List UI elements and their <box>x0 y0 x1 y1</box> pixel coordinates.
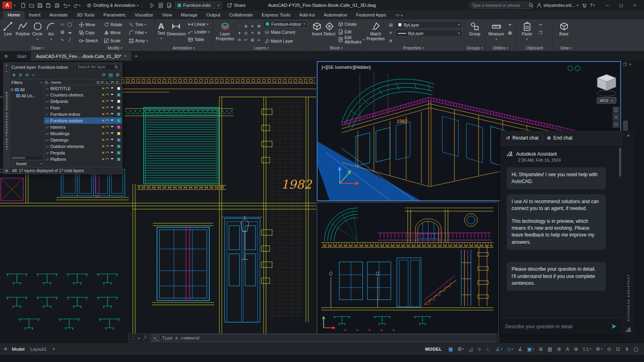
layer-color-swatch[interactable] <box>117 151 120 154</box>
layer-name[interactable]: Pergola <box>50 150 96 155</box>
ribbon-tab[interactable]: Add-ins <box>295 11 320 19</box>
layer-status-icon[interactable]: ▱ <box>44 119 50 123</box>
layer-row[interactable]: ▱ Outdoor-elements ☀ <box>44 143 122 150</box>
rectangle-icon[interactable]: ▭ <box>60 22 64 27</box>
layer-status-icon[interactable]: ▱ <box>44 144 50 148</box>
layer-row[interactable]: ▱ BRDTITLE ☀ <box>44 85 122 92</box>
viewport-label[interactable]: [+][SE Isometric][Hidden] <box>322 65 371 70</box>
markup-assist-icon[interactable] <box>165 2 173 9</box>
annotation-visibility-icon[interactable]: A ▾ <box>564 346 571 353</box>
draw-panel-label[interactable]: Draw▾ <box>0 45 75 51</box>
object-snap-tracking-icon[interactable]: ∡ ▾ <box>516 346 524 353</box>
layer-color-swatch[interactable] <box>117 132 120 135</box>
dynamic-input-icon[interactable]: ⊹ ▾ <box>476 346 483 353</box>
layer-row[interactable]: ▱ Mouldings ☀ <box>44 130 122 137</box>
ribbon-tab[interactable]: Output <box>202 11 225 19</box>
view-cube[interactable]: WCS ▾ <box>597 74 616 103</box>
qat-layer-combo[interactable]: Furniture-indo ▾ <box>175 2 222 9</box>
layer-row[interactable]: ▱ Openings ☀ <box>44 137 122 143</box>
layer-freeze-icon[interactable]: ☀ <box>101 86 105 90</box>
make-current-button[interactable]: Make Current <box>263 29 308 36</box>
filters-scrollbar[interactable] <box>11 156 43 159</box>
elevation-view[interactable] <box>317 202 498 334</box>
layer-freeze-icon[interactable]: ☀ <box>101 93 105 97</box>
layer-color-swatch[interactable] <box>117 119 120 122</box>
units-icon[interactable]: ⊡ ▾ <box>615 346 622 353</box>
invert-filter[interactable]: Invert « <box>10 160 44 167</box>
layer-status-icon[interactable]: ▱ <box>44 93 50 97</box>
modify-tool[interactable]: Scale ▾ <box>103 37 128 45</box>
maximize-button[interactable]: ▢ <box>614 0 628 10</box>
layer-off-icon[interactable]: ◌ <box>238 24 240 28</box>
layer-freeze-icon[interactable]: ☀ <box>101 112 105 116</box>
copy-clip-icon[interactable]: ❐ <box>539 31 543 35</box>
layer-name[interactable]: Outdoor-elements <box>50 144 96 149</box>
layer-search-input[interactable] <box>77 65 113 69</box>
create-block-tool[interactable]: Create <box>337 21 365 28</box>
line-tool[interactable]: Line <box>2 21 14 45</box>
active-document-tab[interactable]: AutoCAD-FY25_Fire-...-Book-Cafe_01_3D* × <box>31 51 131 61</box>
layer-freeze-icon[interactable]: ☀ <box>101 138 105 142</box>
delete-layer-icon[interactable]: ⊖ <box>25 72 29 78</box>
layer-freeze-icon[interactable]: ☀ <box>101 99 105 103</box>
app-menu-arrow-icon[interactable]: ▾ <box>14 4 15 7</box>
lineweight-icon[interactable]: ≣ ▾ <box>537 346 545 353</box>
viewport-restore-icon[interactable]: ❐ <box>623 62 627 67</box>
layer-name[interactable]: Counters-shelves <box>50 93 96 97</box>
layer-name[interactable]: BRDTITLE <box>50 86 96 91</box>
layer-unlock-icon[interactable]: ⊞ <box>257 31 260 35</box>
undo-icon[interactable]: ▾ <box>62 2 71 9</box>
infer-constraints-icon[interactable]: ◿ ▾ <box>467 346 474 353</box>
layer-color-swatch[interactable] <box>117 158 120 161</box>
text-tool[interactable]: AText▾ <box>157 21 166 45</box>
ribbon-display-toggle[interactable]: ▭ ▾ <box>393 11 405 19</box>
layer-status-icon[interactable]: ▱ <box>44 132 50 136</box>
help-button[interactable]: ?▾ <box>590 3 595 8</box>
layer-status-icon[interactable]: ▱ <box>44 106 50 110</box>
palette-properties-icon[interactable]: ⚙ <box>5 169 8 173</box>
modify-tool[interactable]: Mirror ▾ <box>103 29 128 37</box>
layer-color-swatch[interactable] <box>117 145 120 148</box>
modify-tool[interactable]: Copy ▾ <box>78 29 103 37</box>
collapse-filters-icon[interactable]: « <box>40 80 42 84</box>
lineweight-combo[interactable]: ByLayer▾ <box>396 30 462 37</box>
autoscale-icon[interactable]: ⊕ ▾ <box>572 346 580 353</box>
close-tab-icon[interactable]: × <box>124 54 126 58</box>
match-layer-button[interactable]: Match Layer <box>263 37 308 45</box>
ribbon-tab[interactable]: Collaborate <box>225 11 257 19</box>
model-tab[interactable]: Model <box>12 347 25 352</box>
layer-status-icon[interactable]: ▱ <box>44 86 50 90</box>
layer-freeze-icon[interactable]: ☀ <box>101 144 105 148</box>
modify-tool[interactable]: Array ▾ <box>128 37 153 45</box>
close-button[interactable]: × <box>628 0 642 10</box>
layer-combo[interactable]: Furniture-indoor▾ <box>263 21 308 27</box>
annotation-panel-label[interactable]: Annotation▾ <box>155 45 213 51</box>
layer-status-icon[interactable]: ▱ <box>44 99 50 103</box>
modify-tool[interactable]: Fillet ▾ <box>128 29 153 37</box>
layer-freeze-icon[interactable]: ☀ <box>101 125 105 129</box>
end-chat-button[interactable]: ⊗ End chat <box>547 135 572 141</box>
insert-block-tool[interactable]: Insert <box>312 21 322 45</box>
ribbon-tab[interactable]: Parametric <box>99 11 130 19</box>
match-properties-button[interactable]: Match Properties <box>365 21 386 45</box>
viewport-close-icon[interactable]: × <box>629 62 632 67</box>
paste-tool[interactable]: Paste▾ <box>518 21 536 45</box>
layer-freeze-icon[interactable]: ☀ <box>101 157 105 161</box>
properties-panel-label[interactable]: Properties▾ <box>363 45 464 51</box>
wcs-label[interactable]: WCS <box>600 99 608 103</box>
clean-screen-icon[interactable]: ▢ ▾ <box>632 346 640 353</box>
layer-thaw-icon[interactable]: ☀ <box>251 31 254 35</box>
save-icon[interactable]: ▾ <box>36 2 44 9</box>
set-current-layer-icon[interactable]: ✓ <box>32 72 35 78</box>
modify-tool[interactable]: Stretch ▾ <box>78 37 103 45</box>
layer-status-icon[interactable]: ▱ <box>44 151 50 155</box>
edit-block-tool[interactable]: Edit <box>337 28 365 36</box>
layer-status-icon[interactable]: ▱ <box>44 157 50 161</box>
workspace-selector[interactable]: Drafting & Annotation▾ <box>87 3 138 8</box>
groups-panel-label[interactable]: Groups▾ <box>464 45 485 51</box>
layer-properties-button[interactable]: Layer Properties <box>215 21 235 45</box>
annotation-scale-icon[interactable]: 1:1 ▾ <box>581 346 592 352</box>
expand-tree-icon[interactable]: ⊟ <box>10 88 14 92</box>
modify-panel-label[interactable]: Modify▾ <box>76 45 154 51</box>
object-color-icon[interactable]: ▤ <box>389 23 392 27</box>
